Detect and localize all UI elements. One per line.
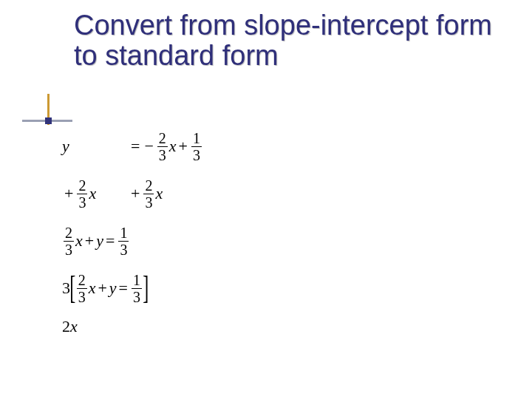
- right-bracket-icon: ]: [143, 272, 149, 304]
- coef-2: 2: [62, 317, 70, 336]
- eq-line-4: 3 [ 2 3 x + y = 1 3 ]: [62, 269, 203, 307]
- left-bracket-icon: [: [69, 272, 75, 304]
- eq-line-5: 2 x: [62, 316, 203, 337]
- fraction-1-3: 1 3: [118, 225, 129, 257]
- var-x: x: [169, 137, 177, 156]
- plus-sign: +: [64, 184, 73, 203]
- fraction-1-3: 1 3: [132, 273, 142, 304]
- var-y: y: [62, 137, 69, 156]
- math-content: y = − 2 3 x + 1 3: [62, 127, 203, 346]
- eq-line-1: y = − 2 3 x + 1 3: [62, 127, 203, 166]
- var-x: x: [89, 279, 96, 298]
- var-x: x: [155, 184, 163, 203]
- decor-square: [45, 117, 52, 124]
- equals-sign: =: [119, 279, 128, 298]
- slide-title: Convert from slope-intercept form to sta…: [74, 10, 502, 71]
- slide: Convert from slope-intercept form to sta…: [0, 0, 532, 399]
- fraction-2-3: 2 3: [64, 225, 74, 257]
- equals-sign: =: [106, 231, 115, 250]
- fraction-2-3: 2 3: [77, 178, 87, 210]
- plus-sign: +: [179, 137, 188, 156]
- var-x: x: [89, 184, 96, 203]
- equals-sign: =: [131, 137, 140, 156]
- var-x: x: [70, 317, 78, 336]
- fraction-2-3: 2 3: [143, 178, 154, 210]
- var-y: y: [109, 279, 117, 298]
- fraction-2-3: 2 3: [157, 131, 168, 163]
- eq-line-3: 2 3 x + y = 1 3: [62, 222, 203, 260]
- fraction-1-3: 1 3: [191, 131, 202, 163]
- eq-line-2: + 2 3 x + 2 3 x: [62, 174, 203, 213]
- plus-sign: +: [131, 184, 140, 203]
- minus-sign: −: [144, 137, 153, 156]
- var-x: x: [75, 231, 83, 250]
- fraction-2-3: 2 3: [77, 273, 87, 304]
- plus-sign: +: [85, 231, 94, 250]
- plus-sign: +: [98, 279, 106, 298]
- var-y: y: [96, 231, 103, 250]
